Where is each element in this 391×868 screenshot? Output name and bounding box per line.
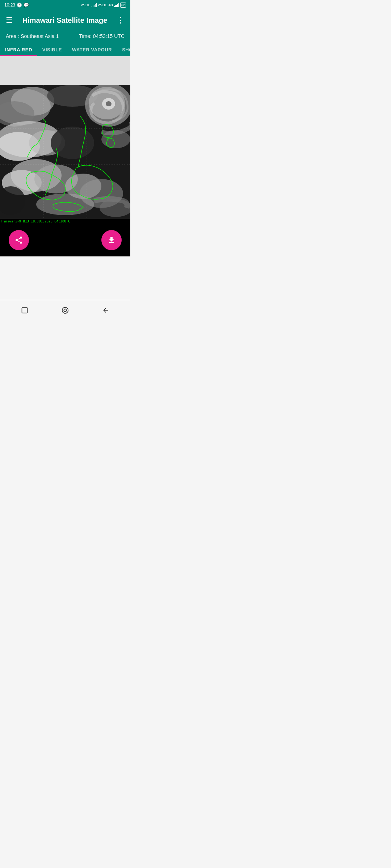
svg-point-27 <box>62 307 68 313</box>
tab-infra-red[interactable]: INFRA RED <box>0 43 37 56</box>
download-icon <box>107 236 116 244</box>
signal-bars-1 <box>92 3 97 7</box>
back-icon <box>102 307 109 314</box>
svg-rect-26 <box>22 307 28 313</box>
home-circle-icon <box>61 306 69 314</box>
battery-icon: 62 <box>120 3 126 8</box>
menu-icon[interactable]: ☰ <box>6 16 13 25</box>
loading-area <box>0 56 130 85</box>
signal-bars-2 <box>114 3 119 7</box>
status-right: VoLTE VoLTE 4G 62 <box>81 3 126 8</box>
satellite-image-container <box>0 85 130 219</box>
share-button[interactable] <box>9 230 29 250</box>
share-icon <box>14 236 23 244</box>
bottom-actions <box>0 224 130 256</box>
more-options-icon[interactable]: ⋮ <box>117 16 125 25</box>
volte-label-2: VoLTE <box>98 3 108 7</box>
nav-back-button[interactable] <box>98 302 114 318</box>
spacer <box>0 256 130 300</box>
square-icon <box>21 307 28 314</box>
nav-square-button[interactable] <box>17 302 33 318</box>
svg-point-8 <box>106 101 112 106</box>
app-title: Himawari Satellite Image <box>19 16 111 25</box>
svg-point-13 <box>101 130 130 148</box>
tab-water-vapour[interactable]: WATER VAPOUR <box>67 43 117 56</box>
area-label: Area : Southeast Asia 1 <box>6 33 59 39</box>
alarm-icon: 🕐 <box>17 3 22 8</box>
status-bar: 10:23 🕐 💬 VoLTE VoLTE 4G 62 <box>0 0 130 10</box>
whatsapp-icon: 💬 <box>24 3 29 8</box>
nav-bar <box>0 300 130 320</box>
tab-visible[interactable]: VISIBLE <box>37 43 67 56</box>
svg-point-28 <box>64 309 66 311</box>
app-bar: ☰ Himawari Satellite Image ⋮ <box>0 10 130 30</box>
volte-label: VoLTE <box>81 3 91 7</box>
info-row: Area : Southeast Asia 1 Time: 04:53:15 U… <box>0 30 130 43</box>
tab-shortwave[interactable]: SHORTWAVE <box>117 43 130 56</box>
battery-level: 62 <box>121 3 125 7</box>
network-4g: 4G <box>109 3 113 7</box>
svg-point-20 <box>36 193 94 215</box>
download-button[interactable] <box>101 230 122 250</box>
nav-home-button[interactable] <box>57 302 73 318</box>
time-display: 10:23 <box>4 3 15 8</box>
satellite-image-svg <box>0 85 130 219</box>
time-label: Time: 04:53:15 UTC <box>79 33 125 39</box>
image-caption: Himawari-9 B13 18.JUL.2023 04:30UTC <box>0 219 130 224</box>
tabs-container: INFRA RED VISIBLE WATER VAPOUR SHORTWAVE <box>0 43 130 56</box>
status-left: 10:23 🕐 💬 <box>4 3 29 8</box>
